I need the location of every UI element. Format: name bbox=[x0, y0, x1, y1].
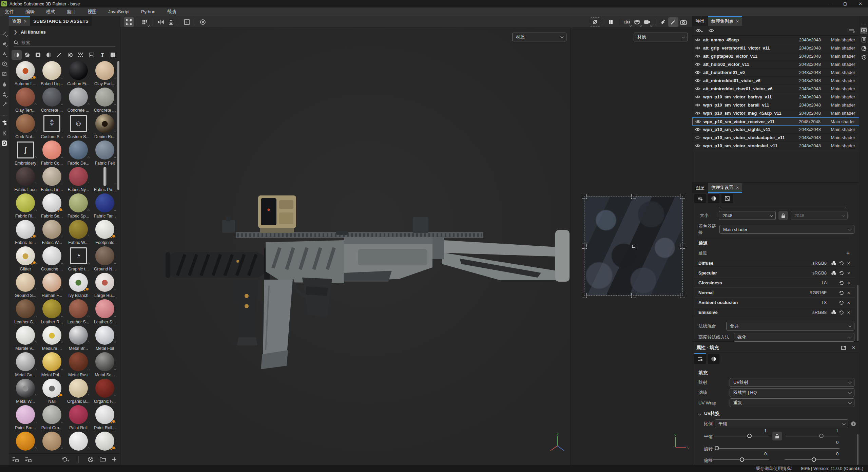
pause-engine-icon[interactable] bbox=[606, 17, 616, 27]
texture-set-row[interactable]: att_ammo_45acp2048x2048Main shader bbox=[692, 36, 859, 44]
clone-stamp-tool-icon[interactable] bbox=[1, 91, 8, 98]
material-item[interactable]: ∴Fabric Felt bbox=[92, 140, 118, 167]
uv-handle-bottom-right[interactable] bbox=[680, 293, 685, 298]
material-item[interactable]: ∴Fabric Lin... bbox=[39, 167, 65, 193]
material-thumbnail[interactable]: ∴ bbox=[16, 405, 35, 424]
tab-texture-set-settings[interactable]: 纹理集设置 × bbox=[708, 183, 742, 193]
settings-general-icon[interactable] bbox=[694, 194, 706, 203]
add-asset-icon[interactable] bbox=[112, 457, 117, 462]
texture-set-row[interactable]: att_holotherm01_v02048x2048Main shader bbox=[692, 69, 859, 77]
filter-materials-icon[interactable] bbox=[12, 50, 22, 60]
material-thumbnail[interactable]: ∴ bbox=[16, 61, 35, 80]
height-to-normal-select[interactable]: 锐化 bbox=[734, 333, 854, 342]
material-thumbnail[interactable]: ∴ bbox=[16, 352, 35, 371]
polygon-fill-tool-icon[interactable] bbox=[1, 71, 8, 77]
channel-reset-icon[interactable] bbox=[837, 310, 845, 315]
refresh-assets-icon[interactable] bbox=[61, 456, 70, 462]
minimize-button[interactable]: ─ bbox=[822, 0, 837, 7]
tab-texture-set-settings-close-icon[interactable]: × bbox=[736, 185, 739, 190]
library-breadcrumb[interactable]: ❯ All libraries bbox=[14, 29, 46, 35]
add-channel-button[interactable]: + bbox=[846, 250, 850, 257]
material-item[interactable]: ∴Footprints bbox=[92, 220, 118, 246]
channel-format[interactable]: L8 bbox=[822, 280, 827, 285]
material-thumbnail[interactable]: ∴ bbox=[95, 114, 114, 133]
visibility-on-icon[interactable] bbox=[695, 87, 700, 91]
particles-icon[interactable] bbox=[658, 17, 668, 27]
visibility-on-icon[interactable] bbox=[695, 128, 700, 131]
material-item[interactable]: ∴Fabric Se... bbox=[39, 193, 65, 220]
material-item[interactable]: ∴Metal Ga... bbox=[12, 352, 39, 379]
menu-item[interactable]: 视图 bbox=[88, 9, 97, 15]
uv-transform-header[interactable]: UV转换 bbox=[698, 411, 720, 417]
material-item[interactable]: ∴Fabric To... bbox=[12, 220, 39, 246]
texture-set-row[interactable]: att_holo02_victor_v112048x2048Main shade… bbox=[692, 60, 859, 69]
material-item[interactable]: ∴Fabric Ny... bbox=[65, 167, 92, 193]
normal-mix-select[interactable]: 合并 bbox=[726, 322, 854, 331]
material-item[interactable]: ∴Gouache ... bbox=[39, 246, 65, 273]
material-thumbnail[interactable]: ∴ bbox=[42, 61, 61, 80]
channel-format[interactable]: RGB16F bbox=[809, 290, 827, 295]
texture-set-row[interactable]: wpn_p10_sm_victor_stockskel_v112048x2048… bbox=[692, 142, 859, 150]
material-thumbnail[interactable]: ☺∴ bbox=[69, 114, 88, 133]
material-item[interactable]: ⁑∴Custom S... bbox=[39, 114, 65, 140]
material-item[interactable]: ∴Ground N... bbox=[92, 246, 118, 273]
paint-tool-icon[interactable] bbox=[1, 30, 8, 37]
material-item[interactable]: ∴Paint Bru... bbox=[12, 405, 39, 432]
material-item[interactable]: ∴Fabric W... bbox=[65, 220, 92, 246]
channel-delete-icon[interactable]: × bbox=[845, 300, 852, 305]
uv-handle-right[interactable] bbox=[680, 244, 685, 249]
material-thumbnail[interactable]: ∴ bbox=[16, 273, 35, 292]
texture-set-row[interactable]: wpn_p10_sm_victor_sights_v112048x2048Mai… bbox=[692, 126, 859, 134]
channel-color-icon[interactable] bbox=[830, 261, 837, 265]
material-thumbnail[interactable]: ∴ bbox=[42, 299, 61, 318]
material-item[interactable]: ∴Concrete ... bbox=[92, 88, 118, 114]
uv-texture-preview[interactable] bbox=[584, 196, 683, 296]
offset-slider-2[interactable] bbox=[785, 457, 840, 462]
offset-slider-1[interactable] bbox=[713, 457, 769, 462]
menu-item[interactable]: 帮助 bbox=[167, 9, 176, 15]
material-item[interactable]: ∴Fabric W... bbox=[39, 220, 65, 246]
material-thumbnail[interactable]: ∴ bbox=[95, 273, 114, 292]
tiling-slider-2[interactable] bbox=[785, 434, 840, 438]
material-thumbnail[interactable]: ∴ bbox=[69, 61, 88, 80]
uv-handle-bottom-left[interactable] bbox=[582, 293, 587, 298]
material-item[interactable]: ∴ bbox=[12, 432, 39, 453]
material-item[interactable]: ∴ bbox=[92, 432, 118, 453]
material-thumbnail[interactable]: ∴ bbox=[69, 140, 88, 159]
material-thumbnail[interactable]: ∴ bbox=[95, 220, 114, 239]
material-thumbnail[interactable]: ∴ bbox=[16, 326, 35, 345]
material-thumbnail[interactable]: ∴ bbox=[16, 379, 35, 398]
uv-handle-bottom[interactable] bbox=[631, 293, 636, 298]
material-thumbnail[interactable]: ∴ bbox=[16, 114, 35, 133]
material-item[interactable]: ∴Nail bbox=[39, 379, 65, 405]
material-thumbnail[interactable]: ∴ bbox=[69, 88, 88, 107]
material-thumbnail[interactable]: ∴ bbox=[95, 246, 114, 265]
material-item[interactable]: ∴Leather R... bbox=[39, 299, 65, 326]
material-mode-select-2d[interactable]: 材质 bbox=[634, 33, 688, 42]
uv-handle-top-right[interactable] bbox=[680, 194, 685, 199]
material-item[interactable]: ∴Fabric Sp... bbox=[65, 193, 92, 220]
visibility-on-icon[interactable] bbox=[695, 79, 700, 82]
texture-set-row[interactable]: wpn_p10_sm_victor_receiver_v112048x2048M… bbox=[692, 117, 859, 126]
material-thumbnail[interactable]: ∴ bbox=[69, 352, 88, 371]
filter-smart-materials-icon[interactable] bbox=[22, 50, 33, 60]
channel-delete-icon[interactable]: × bbox=[845, 270, 852, 276]
maximize-button[interactable]: ▢ bbox=[837, 0, 853, 7]
texture-set-row[interactable]: att_grip_vertshort01_victor_v112048x2048… bbox=[692, 44, 859, 52]
material-item[interactable]: ∴Clay Eart... bbox=[92, 61, 118, 88]
uv-wrap-select[interactable]: 重复 bbox=[730, 398, 854, 407]
geometry-mask-tool-icon[interactable] bbox=[1, 60, 8, 67]
tab-texture-set-list-close-icon[interactable]: × bbox=[736, 19, 739, 24]
material-item[interactable]: ∴Large Ru... bbox=[92, 273, 118, 299]
filter-brushes-icon[interactable] bbox=[54, 50, 64, 60]
visibility-on-icon[interactable] bbox=[695, 103, 700, 107]
channel-reset-icon[interactable] bbox=[837, 280, 845, 285]
visibility-off-icon[interactable] bbox=[695, 136, 700, 139]
texture-set-row[interactable]: att_griptape02_victor_v112048x2048Main s… bbox=[692, 52, 859, 60]
tiling-lock-icon[interactable] bbox=[772, 432, 782, 440]
material-thumbnail[interactable]: ∴ bbox=[95, 167, 114, 186]
material-thumbnail[interactable]: ∴ bbox=[69, 379, 88, 398]
import-list-icon[interactable] bbox=[25, 457, 32, 462]
filter-fonts-icon[interactable]: T bbox=[97, 50, 108, 60]
menu-item[interactable]: 窗口 bbox=[67, 9, 76, 15]
